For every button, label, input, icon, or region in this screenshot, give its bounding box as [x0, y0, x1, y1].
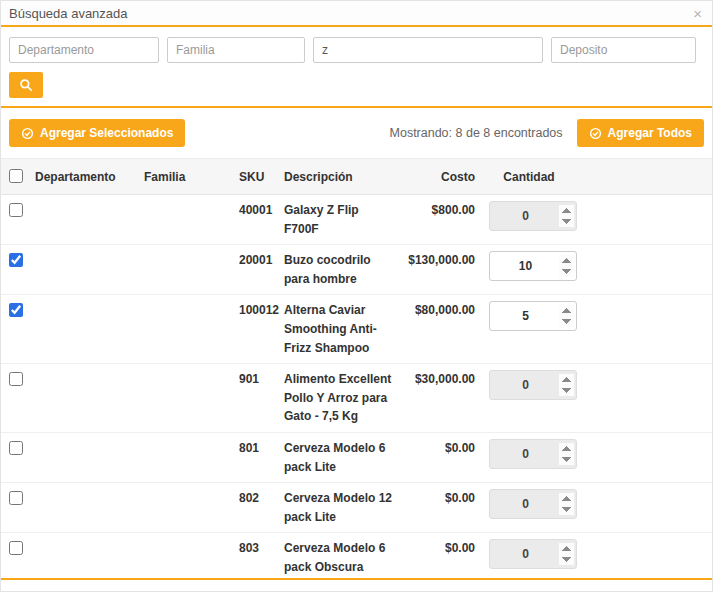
quantity-stepper[interactable]: [489, 370, 577, 400]
row-costo: $0.00: [397, 432, 479, 482]
row-descripcion: Cerveza Modelo 6 pack Lite: [280, 432, 397, 482]
table-row: 801 Cerveza Modelo 6 pack Lite $0.00: [1, 432, 712, 482]
row-departamento: [31, 245, 140, 295]
row-familia: [140, 483, 235, 533]
header-familia: Familia: [140, 159, 235, 195]
quantity-stepper[interactable]: [489, 201, 577, 231]
row-costo: $80,000.00: [397, 295, 479, 364]
search-button[interactable]: [9, 72, 43, 98]
quantity-stepper[interactable]: [489, 251, 577, 281]
row-descripcion: Galaxy Z Flip F700F: [280, 195, 397, 245]
row-sku: 803: [235, 533, 280, 578]
departamento-input[interactable]: [9, 37, 159, 63]
filter-bar: [1, 27, 712, 63]
familia-input[interactable]: [167, 37, 305, 63]
add-all-button[interactable]: Agregar Todos: [577, 119, 704, 147]
header-sku: SKU: [235, 159, 280, 195]
header-descripcion: Descripción: [280, 159, 397, 195]
row-checkbox[interactable]: [9, 253, 23, 267]
row-familia: [140, 533, 235, 578]
row-familia: [140, 364, 235, 433]
row-familia: [140, 195, 235, 245]
check-circle-icon: [21, 127, 34, 140]
descripcion-input[interactable]: [313, 37, 543, 63]
add-selected-button[interactable]: Agregar Seleccionados: [9, 119, 185, 147]
row-familia: [140, 295, 235, 364]
row-familia: [140, 245, 235, 295]
row-departamento: [31, 533, 140, 578]
table-row: 20001 Buzo cocodrilo para hombre $130,00…: [1, 245, 712, 295]
select-all-checkbox[interactable]: [9, 169, 23, 183]
table-header-row: Departamento Familia SKU Descripción Cos…: [1, 159, 712, 195]
row-departamento: [31, 295, 140, 364]
modal-content: Agregar Seleccionados Mostrando: 8 de 8 …: [1, 27, 712, 578]
row-departamento: [31, 364, 140, 433]
row-descripcion: Cerveza Modelo 12 pack Lite: [280, 483, 397, 533]
table-row: 802 Cerveza Modelo 12 pack Lite $0.00: [1, 483, 712, 533]
row-checkbox[interactable]: [9, 203, 23, 217]
header-departamento: Departamento: [31, 159, 140, 195]
results-count: Mostrando: 8 de 8 encontrados: [390, 126, 563, 140]
table-row: 803 Cerveza Modelo 6 pack Obscura $0.00: [1, 533, 712, 578]
row-checkbox[interactable]: [9, 441, 23, 455]
row-costo: $30,000.00: [397, 364, 479, 433]
row-descripcion: Alimento Excellent Pollo Y Arroz para Ga…: [280, 364, 397, 433]
row-costo: $0.00: [397, 533, 479, 578]
row-checkbox[interactable]: [9, 372, 23, 386]
row-descripcion: Buzo cocodrilo para hombre: [280, 245, 397, 295]
row-costo: $130,000.00: [397, 245, 479, 295]
row-sku: 801: [235, 432, 280, 482]
row-departamento: [31, 483, 140, 533]
modal-title: Búsqueda avanzada: [9, 6, 128, 21]
quantity-stepper[interactable]: [489, 301, 577, 331]
row-descripcion: Alterna Caviar Smoothing Anti-Frizz Sham…: [280, 295, 397, 364]
add-all-label: Agregar Todos: [608, 126, 692, 140]
row-descripcion: Cerveza Modelo 6 pack Obscura: [280, 533, 397, 578]
quantity-stepper[interactable]: [489, 489, 577, 519]
deposito-input[interactable]: [551, 37, 696, 63]
row-departamento: [31, 432, 140, 482]
quantity-stepper[interactable]: [489, 539, 577, 569]
row-checkbox[interactable]: [9, 541, 23, 555]
row-checkbox[interactable]: [9, 491, 23, 505]
row-sku: 901: [235, 364, 280, 433]
header-cantidad: Cantidad: [479, 159, 579, 195]
quantity-stepper[interactable]: [489, 439, 577, 469]
advanced-search-modal: Búsqueda avanzada ×: [0, 0, 713, 592]
table-body: 40001 Galaxy Z Flip F700F $800.00 20001 …: [1, 195, 712, 579]
row-costo: $800.00: [397, 195, 479, 245]
table-row: 901 Alimento Excellent Pollo Y Arroz par…: [1, 364, 712, 433]
toolbar-right: Mostrando: 8 de 8 encontrados Agregar To…: [390, 119, 704, 147]
table-row: 100012 Alterna Caviar Smoothing Anti-Fri…: [1, 295, 712, 364]
row-costo: $0.00: [397, 483, 479, 533]
row-departamento: [31, 195, 140, 245]
row-sku: 40001: [235, 195, 280, 245]
row-sku: 100012: [235, 295, 280, 364]
row-sku: 802: [235, 483, 280, 533]
results-table: Departamento Familia SKU Descripción Cos…: [1, 158, 712, 578]
add-selected-label: Agregar Seleccionados: [40, 126, 173, 140]
table-row: 40001 Galaxy Z Flip F700F $800.00: [1, 195, 712, 245]
close-icon[interactable]: ×: [693, 6, 702, 21]
modal-header: Búsqueda avanzada ×: [1, 1, 712, 27]
search-icon: [19, 78, 33, 92]
check-circle-icon: [589, 127, 602, 140]
row-sku: 20001: [235, 245, 280, 295]
modal-footer: [1, 578, 712, 591]
toolbar: Agregar Seleccionados Mostrando: 8 de 8 …: [1, 108, 712, 158]
row-checkbox[interactable]: [9, 303, 23, 317]
row-familia: [140, 432, 235, 482]
header-costo: Costo: [397, 159, 479, 195]
